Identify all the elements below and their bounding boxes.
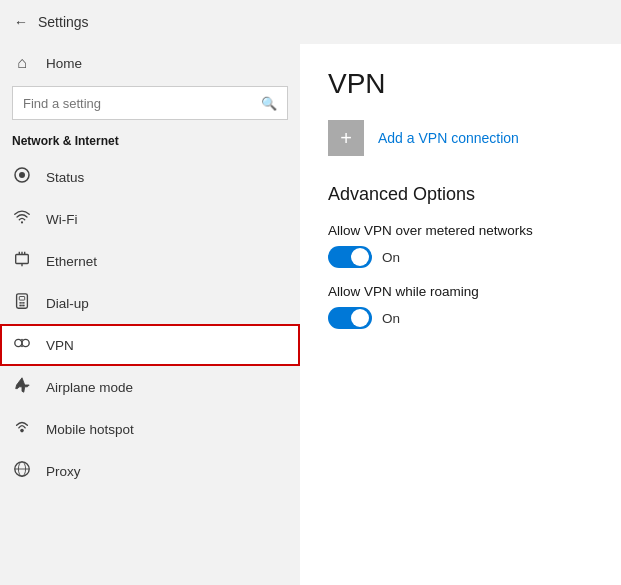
svg-point-13 <box>19 305 21 307</box>
title-bar: ← Settings <box>0 0 621 44</box>
option-roaming: Allow VPN while roaming On <box>328 284 593 329</box>
sidebar-item-ethernet[interactable]: Ethernet <box>0 240 300 282</box>
search-input[interactable] <box>23 96 261 111</box>
window-title: Settings <box>38 14 89 30</box>
add-vpn-label[interactable]: Add a VPN connection <box>378 130 519 146</box>
proxy-icon <box>12 460 32 482</box>
sidebar-item-dialup-label: Dial-up <box>46 296 89 311</box>
sidebar-item-proxy[interactable]: Proxy <box>0 450 300 492</box>
svg-point-11 <box>21 302 23 304</box>
svg-point-1 <box>19 172 25 178</box>
option-roaming-toggle-row: On <box>328 307 593 329</box>
add-vpn-icon-box: + <box>328 120 364 156</box>
sidebar-item-status[interactable]: Status <box>0 156 300 198</box>
airplane-icon <box>12 376 32 398</box>
svg-point-18 <box>20 429 24 433</box>
add-vpn-connection[interactable]: + Add a VPN connection <box>328 120 593 156</box>
sidebar-item-vpn[interactable]: VPN <box>0 324 300 366</box>
sidebar-item-hotspot[interactable]: Mobile hotspot <box>0 408 300 450</box>
option-metered-toggle-row: On <box>328 246 593 268</box>
sidebar-item-vpn-label: VPN <box>46 338 74 353</box>
option-roaming-state: On <box>382 311 400 326</box>
add-vpn-plus-icon: + <box>340 128 352 148</box>
vpn-icon <box>12 334 32 356</box>
svg-rect-9 <box>19 297 24 301</box>
svg-point-12 <box>23 302 25 304</box>
sidebar-item-ethernet-label: Ethernet <box>46 254 97 269</box>
advanced-options-title: Advanced Options <box>328 184 593 205</box>
page-title: VPN <box>328 68 593 100</box>
sidebar-item-dialup[interactable]: Dial-up <box>0 282 300 324</box>
sidebar-item-wifi-label: Wi-Fi <box>46 212 77 227</box>
svg-point-14 <box>21 305 23 307</box>
ethernet-icon <box>12 250 32 272</box>
search-box[interactable]: 🔍 <box>12 86 288 120</box>
sidebar-item-hotspot-label: Mobile hotspot <box>46 422 134 437</box>
svg-point-2 <box>21 221 23 223</box>
status-icon <box>12 166 32 188</box>
home-icon <box>12 54 32 72</box>
option-metered-toggle[interactable] <box>328 246 372 268</box>
section-label: Network & Internet <box>0 130 300 156</box>
sidebar-item-home[interactable]: Home <box>0 44 300 82</box>
sidebar-item-status-label: Status <box>46 170 84 185</box>
svg-point-15 <box>23 305 25 307</box>
svg-point-17 <box>22 339 29 346</box>
option-metered: Allow VPN over metered networks On <box>328 223 593 268</box>
content-area: VPN + Add a VPN connection Advanced Opti… <box>300 44 621 585</box>
back-button[interactable]: ← <box>14 14 28 30</box>
svg-point-10 <box>19 302 21 304</box>
option-metered-label: Allow VPN over metered networks <box>328 223 593 238</box>
sidebar-item-proxy-label: Proxy <box>46 464 81 479</box>
svg-rect-3 <box>16 255 29 264</box>
main-layout: Home 🔍 Network & Internet Status <box>0 44 621 585</box>
wifi-icon <box>12 208 32 230</box>
hotspot-icon <box>12 418 32 440</box>
sidebar-item-airplane[interactable]: Airplane mode <box>0 366 300 408</box>
dialup-icon <box>12 292 32 314</box>
search-icon: 🔍 <box>261 96 277 111</box>
advanced-options-section: Advanced Options Allow VPN over metered … <box>328 184 593 329</box>
option-metered-state: On <box>382 250 400 265</box>
sidebar-item-wifi[interactable]: Wi-Fi <box>0 198 300 240</box>
option-roaming-toggle[interactable] <box>328 307 372 329</box>
svg-point-16 <box>15 339 22 346</box>
option-roaming-label: Allow VPN while roaming <box>328 284 593 299</box>
sidebar-item-airplane-label: Airplane mode <box>46 380 133 395</box>
home-label: Home <box>46 56 82 71</box>
sidebar: Home 🔍 Network & Internet Status <box>0 44 300 585</box>
